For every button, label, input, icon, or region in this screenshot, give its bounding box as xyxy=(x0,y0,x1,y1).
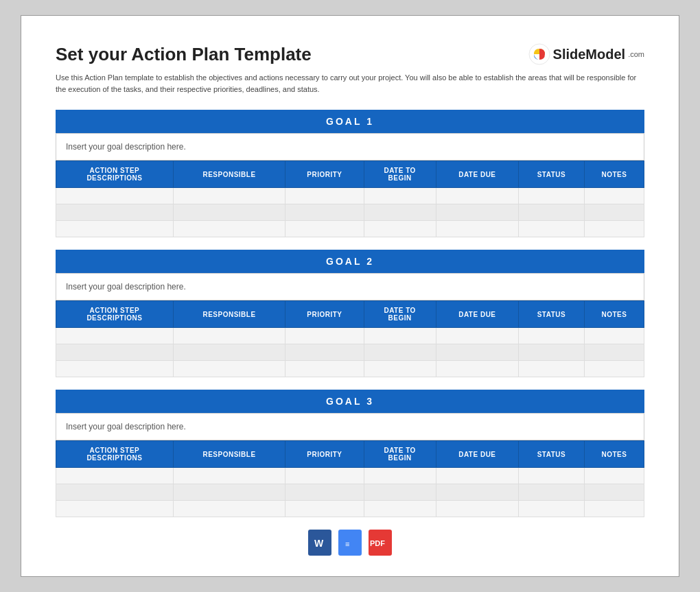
col-header-3-1: ACTION STEPDESCRIPTIONS xyxy=(56,441,174,468)
table-cell-2-1-1 xyxy=(56,328,174,344)
table-cell-3-1-2 xyxy=(173,468,285,484)
table-cell-2-3-6 xyxy=(518,361,584,377)
table-cell-3-1-5 xyxy=(436,468,518,484)
table-cell-1-3-4 xyxy=(364,221,436,237)
table-cell-3-1-3 xyxy=(285,468,364,484)
table-row xyxy=(56,204,644,221)
table-cell-3-3-3 xyxy=(285,501,364,517)
goal-header-3: GOAL 3 xyxy=(56,390,644,413)
table-cell-2-2-6 xyxy=(518,344,584,361)
table-cell-3-1-1 xyxy=(56,468,174,484)
goal-section-1: GOAL 1Insert your goal description here.… xyxy=(56,110,644,237)
page-description: Use this Action Plan template to establi… xyxy=(56,72,644,95)
page-container: Set your Action Plan Template SlideModel… xyxy=(21,15,679,577)
goal-table-3: ACTION STEPDESCRIPTIONSRESPONSIBLEPRIORI… xyxy=(56,440,644,517)
svg-text:W: W xyxy=(314,538,324,549)
table-cell-1-3-5 xyxy=(436,221,518,237)
table-row xyxy=(56,328,644,344)
table-cell-2-1-6 xyxy=(518,328,584,344)
col-header-3-3: PRIORITY xyxy=(285,441,364,468)
table-cell-3-1-4 xyxy=(364,468,436,484)
svg-text:PDF: PDF xyxy=(370,539,385,547)
col-header-2-6: STATUS xyxy=(518,301,584,328)
goal-description-2: Insert your goal description here. xyxy=(56,273,644,300)
table-cell-3-3-4 xyxy=(364,501,436,517)
col-header-1-3: PRIORITY xyxy=(285,161,364,188)
col-header-3-2: RESPONSIBLE xyxy=(173,441,285,468)
table-row xyxy=(56,501,644,517)
table-cell-3-3-7 xyxy=(584,501,644,517)
table-cell-2-1-7 xyxy=(584,328,644,344)
col-header-1-1: ACTION STEPDESCRIPTIONS xyxy=(56,161,174,188)
pdf-icon[interactable]: PDF xyxy=(369,530,392,556)
goal-table-2: ACTION STEPDESCRIPTIONSRESPONSIBLEPRIORI… xyxy=(56,300,644,377)
logo-container: SlideModel.com xyxy=(528,43,644,65)
col-header-2-2: RESPONSIBLE xyxy=(173,301,285,328)
table-cell-3-2-6 xyxy=(518,484,584,501)
table-cell-1-2-5 xyxy=(436,204,518,221)
goal-section-2: GOAL 2Insert your goal description here.… xyxy=(56,250,644,377)
col-header-3-4: DATE TOBEGIN xyxy=(364,441,436,468)
footer-icons: W ≡ PDF xyxy=(56,530,644,556)
col-header-2-1: ACTION STEPDESCRIPTIONS xyxy=(56,301,174,328)
table-cell-2-2-1 xyxy=(56,344,174,361)
col-header-1-2: RESPONSIBLE xyxy=(173,161,285,188)
table-cell-3-3-2 xyxy=(173,501,285,517)
table-row xyxy=(56,361,644,377)
col-header-2-5: DATE DUE xyxy=(436,301,518,328)
goal-header-2: GOAL 2 xyxy=(56,250,644,273)
table-cell-2-1-2 xyxy=(173,328,285,344)
goal-description-3: Insert your goal description here. xyxy=(56,413,644,440)
table-cell-1-1-5 xyxy=(436,188,518,204)
table-cell-1-3-1 xyxy=(56,221,174,237)
header-row: Set your Action Plan Template SlideModel… xyxy=(56,43,644,65)
slidemodel-logo-icon xyxy=(528,43,550,65)
table-cell-2-2-5 xyxy=(436,344,518,361)
col-header-3-5: DATE DUE xyxy=(436,441,518,468)
goal-header-1: GOAL 1 xyxy=(56,110,644,133)
col-header-2-3: PRIORITY xyxy=(285,301,364,328)
table-cell-1-2-7 xyxy=(584,204,644,221)
table-cell-1-3-2 xyxy=(173,221,285,237)
table-cell-2-1-4 xyxy=(364,328,436,344)
table-cell-3-2-4 xyxy=(364,484,436,501)
col-header-1-4: DATE TOBEGIN xyxy=(364,161,436,188)
table-row xyxy=(56,468,644,484)
table-cell-1-1-4 xyxy=(364,188,436,204)
col-header-1-7: NOTES xyxy=(584,161,644,188)
table-cell-2-3-7 xyxy=(584,361,644,377)
table-cell-2-2-2 xyxy=(173,344,285,361)
table-cell-1-1-6 xyxy=(518,188,584,204)
docs-icon[interactable]: ≡ xyxy=(338,530,362,556)
word-icon[interactable]: W xyxy=(308,530,331,556)
table-cell-3-2-1 xyxy=(56,484,174,501)
table-cell-2-1-5 xyxy=(436,328,518,344)
table-cell-2-3-3 xyxy=(285,361,364,377)
table-cell-1-2-3 xyxy=(285,204,364,221)
table-cell-2-3-5 xyxy=(436,361,518,377)
col-header-2-7: NOTES xyxy=(584,301,644,328)
page-title: Set your Action Plan Template xyxy=(56,44,312,65)
table-cell-3-2-3 xyxy=(285,484,364,501)
table-cell-3-3-1 xyxy=(56,501,174,517)
table-cell-1-2-1 xyxy=(56,204,174,221)
goals-container: GOAL 1Insert your goal description here.… xyxy=(56,110,644,517)
table-cell-3-1-7 xyxy=(584,468,644,484)
table-cell-2-2-4 xyxy=(364,344,436,361)
table-cell-1-2-6 xyxy=(518,204,584,221)
table-cell-3-2-7 xyxy=(584,484,644,501)
table-cell-1-3-6 xyxy=(518,221,584,237)
table-cell-1-1-7 xyxy=(584,188,644,204)
svg-text:≡: ≡ xyxy=(345,540,349,548)
table-cell-2-3-4 xyxy=(364,361,436,377)
table-cell-3-2-2 xyxy=(173,484,285,501)
table-row xyxy=(56,221,644,237)
table-cell-3-3-5 xyxy=(436,501,518,517)
table-row xyxy=(56,484,644,501)
table-cell-3-1-6 xyxy=(518,468,584,484)
table-cell-1-3-7 xyxy=(584,221,644,237)
table-cell-1-2-2 xyxy=(173,204,285,221)
table-cell-3-2-5 xyxy=(436,484,518,501)
table-cell-3-3-6 xyxy=(518,501,584,517)
table-cell-2-2-7 xyxy=(584,344,644,361)
